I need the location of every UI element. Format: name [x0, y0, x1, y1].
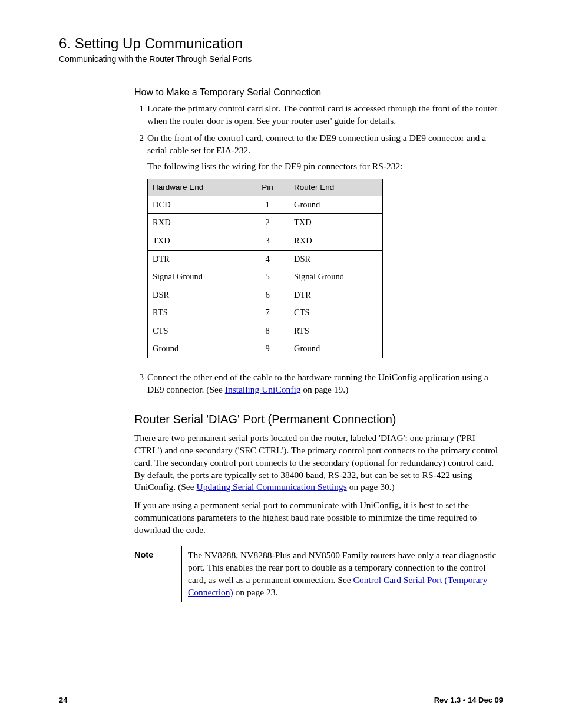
step-body: Locate the primary control card slot. Th… [147, 103, 503, 127]
link-updating-serial-settings[interactable]: Updating Serial Communication Settings [196, 482, 346, 492]
chapter-subtitle: Communicating with the Router Through Se… [59, 54, 503, 64]
paragraph: If you are using a permanent serial port… [134, 499, 503, 536]
pin-wiring-table: Hardware End Pin Router End DCD1Ground R… [147, 179, 383, 358]
step-number: 2 [134, 132, 144, 367]
page-number: 24 [59, 696, 67, 704]
table-row: DTR4DSR [148, 250, 383, 268]
table-header-pin: Pin [247, 179, 289, 196]
note-text-b: on page 23. [233, 587, 278, 597]
table-row: TXD3RXD [148, 232, 383, 250]
page-footer: 24 Rev 1.3 • 14 Dec 09 [59, 696, 503, 704]
step-2: 2 On the front of the control card, conn… [134, 132, 503, 367]
table-row: RXD2TXD [148, 214, 383, 232]
step-number: 3 [134, 371, 144, 396]
link-installing-uniconfig[interactable]: Installing UniConfig [225, 384, 301, 394]
section-heading-temp-serial: How to Make a Temporary Serial Connectio… [134, 87, 503, 98]
step-number: 1 [134, 103, 144, 127]
table-row: DSR6DTR [148, 286, 383, 304]
table-row: Ground9Ground [148, 340, 383, 358]
step-text: On the front of the control card, connec… [147, 133, 486, 155]
step-body: On the front of the control card, connec… [147, 132, 503, 367]
note-label: Note [134, 546, 181, 602]
table-row: DCD1Ground [148, 196, 383, 214]
revision-label: Rev 1.3 • 14 Dec 09 [434, 696, 503, 704]
step-body: Connect the other end of the cable to th… [147, 371, 503, 396]
table-row: RTS7CTS [148, 304, 383, 322]
section-heading-diag-port: Router Serial 'DIAG' Port (Permanent Con… [134, 413, 503, 426]
note-block: Note The NV8288, NV8288-Plus and NV8500 … [134, 546, 503, 602]
para-text-b: on page 30.) [347, 482, 395, 492]
footer-rule [72, 700, 429, 700]
step-text-b: on page 19.) [300, 384, 348, 394]
table-row: Signal Ground5Signal Ground [148, 268, 383, 286]
table-row: CTS8RTS [148, 322, 383, 340]
note-body: The NV8288, NV8288-Plus and NV8500 Famil… [181, 546, 503, 602]
step-1: 1 Locate the primary control card slot. … [134, 103, 503, 127]
table-header-router: Router End [289, 179, 383, 196]
step-followup: The following lists the wiring for the D… [147, 160, 503, 173]
table-header-hardware: Hardware End [148, 179, 247, 196]
paragraph: There are two permanent serial ports loc… [134, 432, 503, 494]
step-3: 3 Connect the other end of the cable to … [134, 371, 503, 396]
chapter-title: 6. Setting Up Communication [59, 35, 503, 52]
